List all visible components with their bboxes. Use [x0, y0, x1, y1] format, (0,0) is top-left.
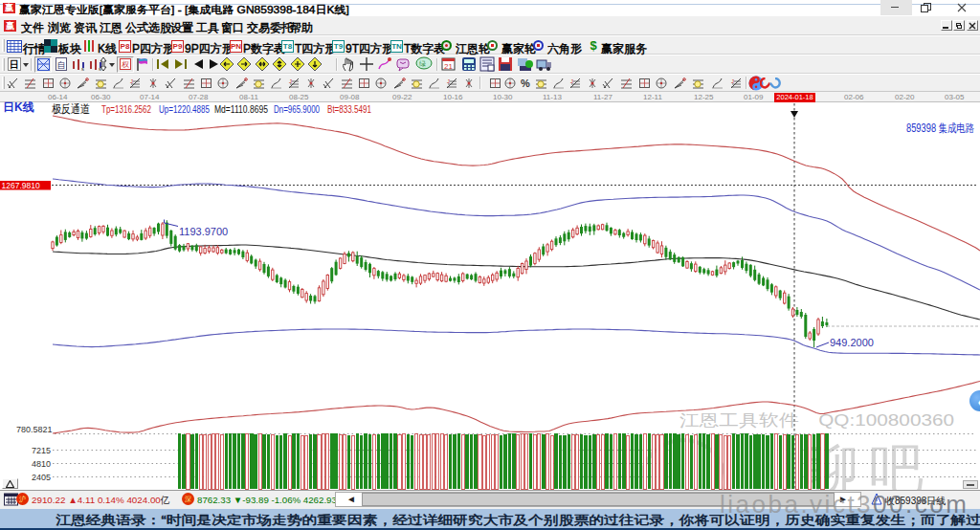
svg-text:1267.9810: 1267.9810	[2, 181, 40, 190]
svg-text:Md=1110.8695: Md=1110.8695	[214, 103, 268, 115]
svg-text:2405: 2405	[32, 473, 51, 482]
svg-text:7215: 7215	[32, 446, 51, 455]
svg-text:949.2000: 949.2000	[830, 337, 874, 348]
svg-text:859398 集成电路: 859398 集成电路	[906, 121, 974, 135]
svg-text:Up=1220.4885: Up=1220.4885	[159, 103, 210, 115]
svg-text:4810: 4810	[32, 459, 51, 469]
svg-text:Tp=1316.2562: Tp=1316.2562	[101, 103, 151, 115]
svg-text:1193.9700: 1193.9700	[179, 226, 228, 237]
svg-text:Dn=965.9000: Dn=965.9000	[274, 103, 320, 115]
svg-text:Bt=833.5491: Bt=833.5491	[327, 103, 371, 115]
svg-text:极反通道: 极反通道	[52, 102, 90, 116]
svg-text:780.5821: 780.5821	[16, 425, 53, 434]
